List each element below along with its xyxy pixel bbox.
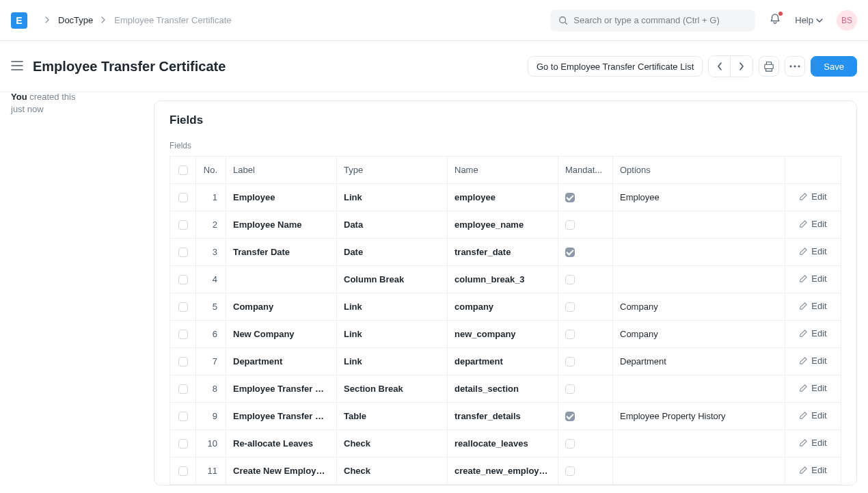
row-options[interactable]: Company	[613, 321, 785, 348]
row-checkbox[interactable]	[170, 403, 196, 430]
table-row[interactable]: 6New CompanyLinknew_companyCompanyEdit	[170, 321, 841, 348]
breadcrumb-doctype[interactable]: DocType	[58, 15, 93, 25]
row-checkbox[interactable]	[170, 266, 196, 293]
row-type[interactable]: Table	[337, 403, 448, 430]
row-mandatory[interactable]	[558, 348, 613, 375]
row-name[interactable]: create_new_employee...	[448, 457, 558, 485]
row-checkbox[interactable]	[170, 348, 196, 375]
row-mandatory[interactable]	[558, 293, 613, 321]
sidebar-toggle-button[interactable]	[11, 61, 23, 72]
row-edit-button[interactable]: Edit	[785, 184, 841, 211]
row-type[interactable]: Data	[337, 211, 448, 239]
row-edit-button[interactable]: Edit	[785, 348, 841, 375]
row-edit-button[interactable]: Edit	[785, 403, 841, 430]
row-options[interactable]: Company	[613, 293, 785, 321]
row-name[interactable]: employee_name	[448, 211, 558, 239]
row-options[interactable]	[613, 457, 785, 485]
row-edit-button[interactable]: Edit	[785, 375, 841, 403]
row-options[interactable]	[613, 375, 785, 403]
row-checkbox[interactable]	[170, 211, 196, 239]
row-edit-button[interactable]: Edit	[785, 430, 841, 457]
row-type[interactable]: Link	[337, 184, 448, 211]
row-label[interactable]: Employee Transfer De...	[226, 375, 337, 403]
row-name[interactable]: details_section	[448, 375, 558, 403]
row-options[interactable]: Employee	[613, 184, 785, 211]
notifications-button[interactable]	[769, 13, 781, 27]
row-edit-button[interactable]: Edit	[785, 293, 841, 321]
table-row[interactable]: 5CompanyLinkcompanyCompanyEdit	[170, 293, 841, 321]
row-name[interactable]: transfer_date	[448, 239, 558, 266]
row-label[interactable]: Employee Name	[226, 211, 337, 239]
row-name[interactable]: new_company	[448, 321, 558, 348]
table-row[interactable]: 4Column Breakcolumn_break_3Edit	[170, 266, 841, 293]
row-name[interactable]: column_break_3	[448, 266, 558, 293]
table-row[interactable]: 7DepartmentLinkdepartmentDepartmentEdit	[170, 348, 841, 375]
row-type[interactable]: Link	[337, 321, 448, 348]
row-edit-button[interactable]: Edit	[785, 457, 841, 485]
row-name[interactable]: department	[448, 348, 558, 375]
row-mandatory[interactable]	[558, 184, 613, 211]
row-checkbox[interactable]	[170, 430, 196, 457]
table-row[interactable]: 10Re-allocate LeavesCheckreallocate_leav…	[170, 430, 841, 457]
row-edit-button[interactable]: Edit	[785, 321, 841, 348]
next-button[interactable]	[731, 56, 752, 77]
row-label[interactable]: New Company	[226, 321, 337, 348]
row-options[interactable]	[613, 239, 785, 266]
table-row[interactable]: 3Transfer DateDatetransfer_dateEdit	[170, 239, 841, 266]
save-button[interactable]: Save	[811, 56, 857, 77]
row-checkbox[interactable]	[170, 321, 196, 348]
row-name[interactable]: reallocate_leaves	[448, 430, 558, 457]
row-label[interactable]: Transfer Date	[226, 239, 337, 266]
row-name[interactable]: transfer_details	[448, 403, 558, 430]
row-mandatory[interactable]	[558, 266, 613, 293]
search-input[interactable]: Search or type a command (Ctrl + G)	[550, 10, 755, 31]
row-label[interactable]	[226, 266, 337, 293]
row-name[interactable]: company	[448, 293, 558, 321]
row-type[interactable]: Column Break	[337, 266, 448, 293]
help-button[interactable]: Help	[795, 15, 823, 25]
row-edit-button[interactable]: Edit	[785, 266, 841, 293]
row-label[interactable]: Company	[226, 293, 337, 321]
row-options[interactable]: Employee Property History	[613, 403, 785, 430]
go-to-list-button[interactable]: Go to Employee Transfer Certificate List	[528, 56, 703, 77]
table-row[interactable]: 8Employee Transfer De...Section Breakdet…	[170, 375, 841, 403]
row-mandatory[interactable]	[558, 321, 613, 348]
row-checkbox[interactable]	[170, 184, 196, 211]
header-select-all[interactable]	[170, 157, 196, 184]
row-options[interactable]	[613, 211, 785, 239]
row-mandatory[interactable]	[558, 375, 613, 403]
row-checkbox[interactable]	[170, 239, 196, 266]
table-row[interactable]: 11Create New Employee ...Checkcreate_new…	[170, 457, 841, 485]
row-edit-button[interactable]: Edit	[785, 211, 841, 239]
row-name[interactable]: employee	[448, 184, 558, 211]
row-type[interactable]: Date	[337, 239, 448, 266]
row-mandatory[interactable]	[558, 211, 613, 239]
row-type[interactable]: Link	[337, 293, 448, 321]
row-checkbox[interactable]	[170, 375, 196, 403]
row-mandatory[interactable]	[558, 430, 613, 457]
table-row[interactable]: 1EmployeeLinkemployeeEmployeeEdit	[170, 184, 841, 211]
row-label[interactable]: Department	[226, 348, 337, 375]
row-label[interactable]: Re-allocate Leaves	[226, 430, 337, 457]
avatar[interactable]: BS	[837, 10, 857, 31]
row-type[interactable]: Section Break	[337, 375, 448, 403]
row-options[interactable]	[613, 266, 785, 293]
row-label[interactable]: Employee Transfer De...	[226, 403, 337, 430]
row-type[interactable]: Check	[337, 457, 448, 485]
row-options[interactable]: Department	[613, 348, 785, 375]
row-checkbox[interactable]	[170, 293, 196, 321]
app-logo[interactable]: E	[11, 12, 27, 29]
menu-button[interactable]	[785, 56, 805, 77]
prev-button[interactable]	[709, 56, 731, 77]
table-row[interactable]: 2Employee NameDataemployee_nameEdit	[170, 211, 841, 239]
row-mandatory[interactable]	[558, 403, 613, 430]
row-checkbox[interactable]	[170, 457, 196, 485]
row-type[interactable]: Check	[337, 430, 448, 457]
row-label[interactable]: Employee	[226, 184, 337, 211]
row-mandatory[interactable]	[558, 457, 613, 485]
row-type[interactable]: Link	[337, 348, 448, 375]
row-mandatory[interactable]	[558, 239, 613, 266]
row-edit-button[interactable]: Edit	[785, 239, 841, 266]
print-button[interactable]	[759, 56, 779, 77]
row-options[interactable]	[613, 430, 785, 457]
